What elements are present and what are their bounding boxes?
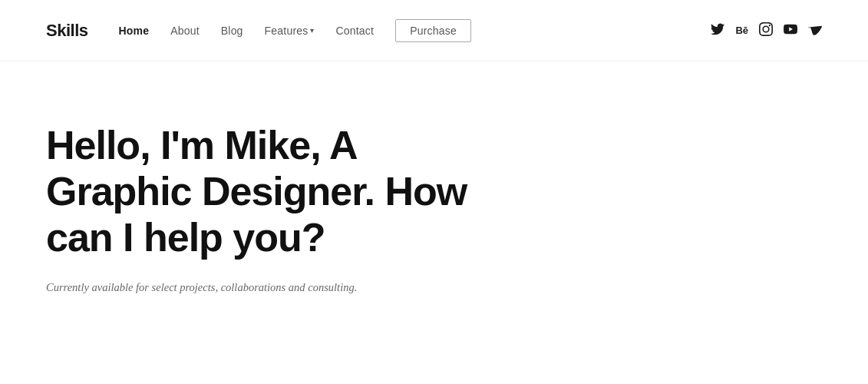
behance-icon[interactable]: Bē bbox=[735, 25, 748, 35]
nav-about[interactable]: About bbox=[170, 25, 200, 37]
instagram-icon[interactable] bbox=[759, 22, 773, 38]
nav-home[interactable]: Home bbox=[118, 25, 149, 37]
hero-heading: Hello, I'm Mike, A Graphic Designer. How… bbox=[46, 123, 476, 260]
nav-blog[interactable]: Blog bbox=[221, 25, 243, 37]
features-chevron-icon: ▾ bbox=[310, 26, 314, 35]
youtube-icon[interactable] bbox=[784, 22, 797, 38]
hero-section: Hello, I'm Mike, A Graphic Designer. How… bbox=[0, 61, 868, 343]
twitter-icon[interactable] bbox=[711, 22, 724, 38]
nav-links: Home About Blog Features ▾ Contact Purch… bbox=[118, 19, 711, 42]
vimeo-icon[interactable] bbox=[808, 22, 822, 38]
navbar: Skills Home About Blog Features ▾ Contac… bbox=[0, 0, 868, 61]
brand-logo[interactable]: Skills bbox=[46, 21, 87, 41]
nav-contact[interactable]: Contact bbox=[335, 25, 374, 37]
nav-features[interactable]: Features bbox=[265, 25, 309, 37]
purchase-button[interactable]: Purchase bbox=[395, 19, 471, 42]
social-icons: Bē bbox=[711, 22, 822, 38]
hero-subtext: Currently available for select projects,… bbox=[46, 279, 414, 296]
